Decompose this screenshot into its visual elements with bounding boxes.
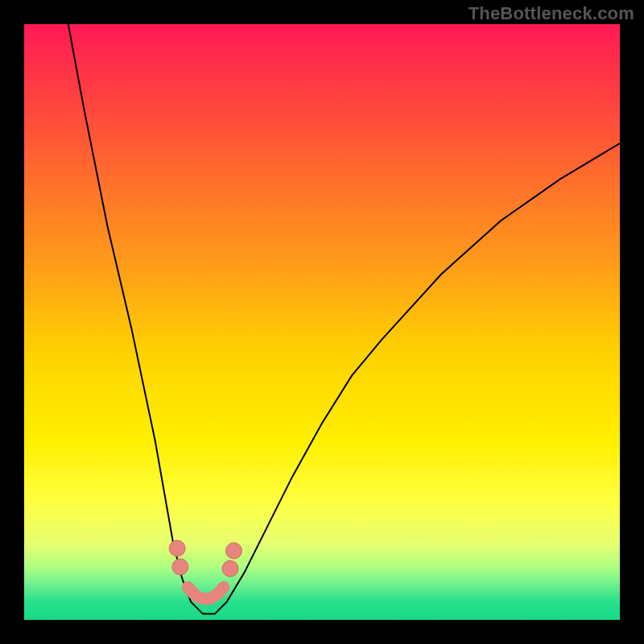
marker-right-lower [222,560,238,576]
chart-svg [24,24,620,620]
marker-right-upper [225,543,242,559]
chart-content [68,24,620,614]
watermark-text: TheBottleneck.com [469,3,634,24]
marker-left-upper [169,540,185,556]
bottleneck-curve [68,24,620,614]
plot-area [24,24,620,620]
outer-frame: TheBottleneck.com [0,0,644,644]
bottom-marker-segment [188,587,224,599]
marker-left-lower [172,559,188,575]
